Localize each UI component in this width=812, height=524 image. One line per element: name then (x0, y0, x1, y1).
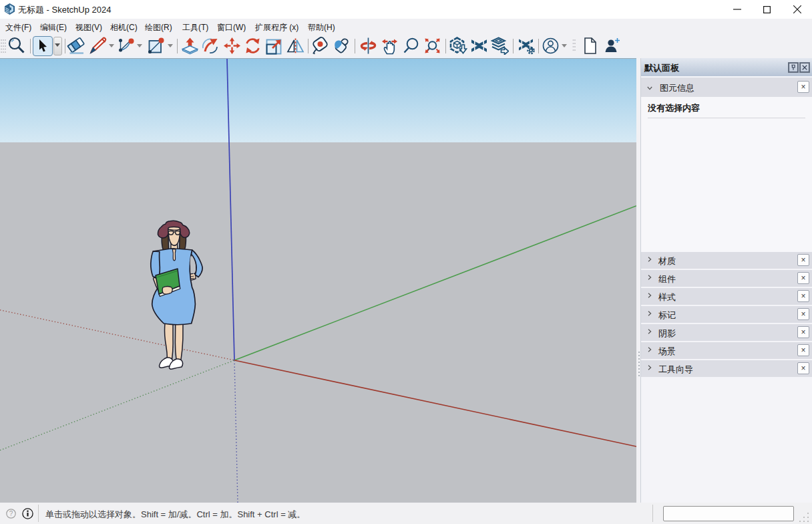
svg-text:?: ? (9, 510, 13, 517)
